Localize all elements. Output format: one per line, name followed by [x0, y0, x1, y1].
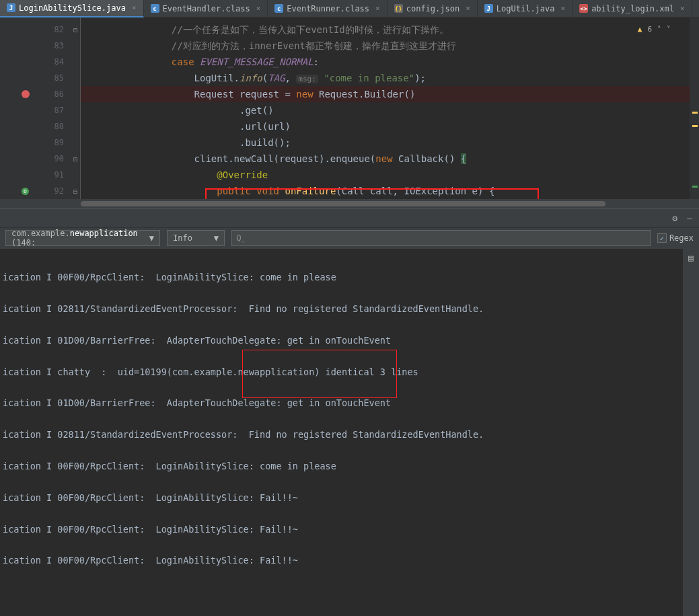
line-number: 82: [54, 25, 64, 34]
left-gutter: [0, 17, 17, 199]
tab-event-handler[interactable]: c EventHandler.class ×: [144, 0, 268, 17]
warning-count: 6: [647, 22, 652, 38]
warning-icon: ▲: [638, 22, 642, 38]
inspection-badge[interactable]: ▲ 6 ˄ ˅: [635, 20, 673, 39]
line-number: 91: [54, 170, 64, 180]
search-icon: Q˯: [236, 233, 244, 243]
tab-label: EventRunner.class: [287, 4, 369, 13]
tab-label: ability_login.xml: [591, 4, 674, 13]
minimize-icon[interactable]: —: [687, 213, 692, 223]
close-icon[interactable]: ×: [256, 4, 261, 13]
class-icon: c: [151, 4, 159, 13]
log-line: ication I 02811/StandardizedEventProcess…: [3, 427, 683, 442]
tab-label: LoginAbilitySlice.java: [19, 3, 126, 13]
line-number-gutter: 82⊟ 83 84 85 86 87 88 89 90⊟ 91 o92⊟ 93 …: [17, 17, 81, 199]
chevron-up-icon[interactable]: ˄: [657, 22, 661, 38]
tab-config-json[interactable]: {} config.json ×: [388, 0, 478, 17]
close-icon[interactable]: ×: [466, 4, 470, 13]
log-line: ication I 01D00/BarrierFree: AdapterTouc…: [3, 333, 683, 348]
log-line: ication I 00F00/RpcClient: LoginAbilityS…: [3, 270, 683, 285]
line-number: 88: [54, 122, 64, 131]
xml-icon: <>: [579, 4, 588, 13]
line-number: 85: [54, 73, 64, 83]
chevron-down-icon: ▼: [214, 233, 219, 243]
remote-emulator-label[interactable]: Remote Emulat: [692, 0, 699, 18]
tab-log-util[interactable]: J LogUtil.java ×: [478, 0, 573, 17]
layout-icon[interactable]: ▤: [688, 253, 694, 263]
console-output[interactable]: ication I 00F00/RpcClient: LoginAbilityS…: [0, 249, 683, 616]
code-comment: //一个任务是如下，当传入如下eventId的时候，进行如下操作。: [172, 24, 449, 35]
line-number: 90: [54, 154, 64, 163]
log-line: ication I 00F00/RpcClient: LoginAbilityS…: [3, 490, 683, 506]
java-icon: J: [484, 4, 493, 13]
tab-ability-login-xml[interactable]: <> ability_login.xml ×: [573, 0, 692, 17]
close-icon[interactable]: ×: [132, 3, 137, 12]
error-stripe[interactable]: [690, 17, 699, 199]
code-comment: //对应到的方法，innerEvent都正常创建，操作是直到这里才进行: [172, 40, 456, 51]
console-panel: ication I 00F00/RpcClient: LoginAbilityS…: [0, 249, 699, 616]
breakpoint-icon[interactable]: [22, 90, 30, 98]
json-icon: {}: [394, 4, 403, 13]
code-content[interactable]: //一个任务是如下，当传入如下eventId的时候，进行如下操作。 //对应到的…: [81, 17, 690, 199]
scrollbar-thumb[interactable]: [81, 201, 605, 206]
log-line: ication I chatty : uid=10199(com.example…: [3, 364, 683, 380]
line-number: 83: [54, 41, 64, 50]
tab-event-runner[interactable]: c EventRunner.class ×: [268, 0, 387, 17]
log-search-input[interactable]: Q˯: [231, 230, 651, 246]
line-number: 92: [54, 186, 64, 196]
log-line: ication I 00F00/RpcClient: LoginAbilityS…: [3, 522, 683, 537]
line-number: 86: [54, 89, 64, 99]
code-editor[interactable]: 82⊟ 83 84 85 86 87 88 89 90⊟ 91 o92⊟ 93 …: [0, 17, 699, 199]
line-number: 87: [54, 106, 64, 115]
line-number: 84: [54, 57, 64, 67]
checkbox-icon: ✓: [657, 233, 667, 243]
logcat-filter-bar: com.example.newapplication (140: ▼ Info …: [0, 227, 699, 249]
console-toolbar: ⚙ —: [0, 208, 699, 227]
editor-tab-bar: J LoginAbilitySlice.java × c EventHandle…: [0, 0, 699, 17]
override-icon[interactable]: o: [22, 188, 29, 195]
chevron-down-icon: ▼: [149, 233, 154, 243]
gear-icon[interactable]: ⚙: [672, 213, 677, 223]
tab-label: config.json: [406, 4, 459, 13]
close-icon[interactable]: ×: [375, 4, 380, 13]
log-line: ication I 02811/StandardizedEventProcess…: [3, 301, 683, 317]
app-filter-dropdown[interactable]: com.example.newapplication (140: ▼: [5, 230, 160, 246]
log-line: ication I 00F00/RpcClient: LoginAbilityS…: [3, 553, 683, 568]
regex-checkbox[interactable]: ✓ Regex: [657, 233, 694, 243]
tab-login-ability[interactable]: J LoginAbilitySlice.java ×: [0, 0, 144, 17]
log-level-dropdown[interactable]: Info ▼: [167, 230, 225, 246]
line-number: 89: [54, 138, 64, 147]
tab-label: LogUtil.java: [496, 4, 555, 13]
close-icon[interactable]: ×: [680, 4, 685, 13]
chevron-down-icon[interactable]: ˅: [667, 22, 671, 38]
class-icon: c: [274, 4, 283, 13]
log-line: ication I 00F00/RpcClient: LoginAbilityS…: [3, 459, 683, 474]
horizontal-scrollbar[interactable]: [0, 199, 699, 208]
tab-label: EventHandler.class: [163, 4, 250, 13]
regex-label: Regex: [669, 233, 694, 243]
close-icon[interactable]: ×: [561, 4, 566, 13]
java-icon: J: [7, 3, 15, 12]
console-side-toolbar: ▤: [683, 249, 699, 616]
log-line: ication I 01D00/BarrierFree: AdapterTouc…: [3, 395, 683, 411]
